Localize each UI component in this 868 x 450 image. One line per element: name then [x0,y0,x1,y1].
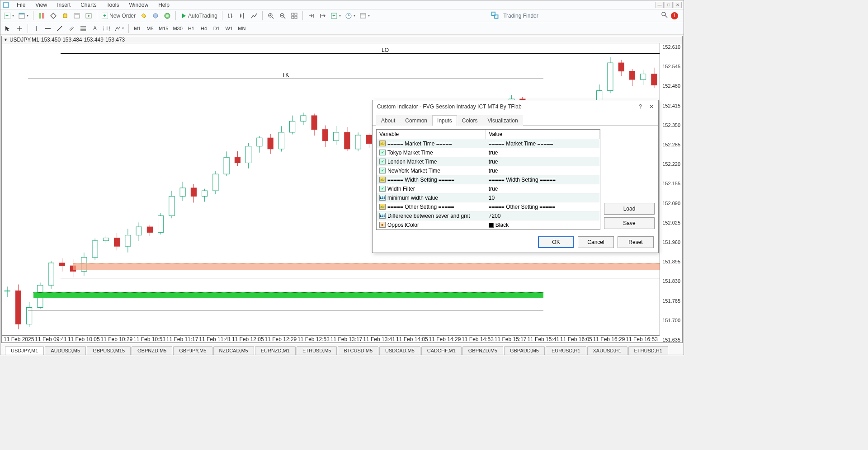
tab-about[interactable]: About [376,115,400,126]
chart-shift-icon[interactable] [317,11,328,21]
chart-tab[interactable]: USDJPY,M1 [5,346,44,355]
x-tick: 11 Feb 15:17 [495,336,527,342]
timeframe-m15[interactable]: M15 [157,24,170,33]
tab-inputs[interactable]: Inputs [432,115,457,126]
notification-badge[interactable]: 1 [671,12,678,19]
trendline-icon[interactable] [54,23,65,33]
reset-button[interactable]: Reset [618,236,654,248]
dialog-titlebar[interactable]: Custom Indicator - FVG Session Intraday … [373,100,658,113]
tab-common[interactable]: Common [400,115,432,126]
table-row[interactable]: ab===== Width Setting ========== Width S… [377,175,600,184]
chart-tab[interactable]: GBPNZD,M5 [462,346,503,355]
chart-tab[interactable]: GBPUSD,M15 [87,346,131,355]
chart-tab[interactable]: NZDCAD,M5 [213,346,254,355]
navigator-icon[interactable] [48,11,59,21]
chart-tab[interactable]: ETHUSD,M5 [297,346,337,355]
menu-help[interactable]: Help [154,1,174,9]
chart-tab[interactable]: ETHUSD,H1 [628,346,668,355]
cancel-button[interactable]: Cancel [578,236,614,248]
timeframe-d1[interactable]: D1 [211,24,222,33]
templates-icon[interactable]: ▾ [358,11,372,21]
chart-tab[interactable]: EURUSD,H1 [546,346,586,355]
table-row[interactable]: 123minimum width value10 [377,193,600,202]
menu-tools[interactable]: Tools [102,1,124,9]
zoom-out-icon[interactable] [277,11,288,21]
bar-chart-icon[interactable] [225,11,236,21]
load-button[interactable]: Load [604,203,655,215]
close-button[interactable]: ✕ [674,2,682,8]
shift-end-icon[interactable] [306,11,316,21]
inputs-table[interactable]: Variable Value ab===== Market Time =====… [376,129,600,230]
menu-charts[interactable]: Charts [76,1,101,9]
crosshair-icon[interactable] [14,23,25,33]
zoom-in-icon[interactable] [265,11,276,21]
maximize-button[interactable]: □ [665,2,673,8]
chart-tab[interactable]: EURNZD,M1 [255,346,296,355]
indicators-icon[interactable]: +▾ [329,11,343,21]
vps-icon[interactable] [162,11,173,21]
market-watch-icon[interactable] [36,11,47,21]
chart-tab[interactable]: GBPJPY,M5 [173,346,212,355]
chart-tab[interactable]: AUDUSD,M5 [45,346,86,355]
chart-tab[interactable]: GBPNZD,M5 [132,346,172,355]
help-icon[interactable]: ? [639,103,642,110]
strategy-tester-icon[interactable] [83,11,94,21]
periodicity-icon[interactable]: ▾ [344,11,357,21]
new-order-button[interactable]: +New Order [100,11,137,21]
menu-window[interactable]: Window [125,1,153,9]
metaquotes-icon[interactable] [138,11,149,21]
timeframe-h4[interactable]: H4 [198,24,210,33]
chart-tab[interactable]: GBPAUD,M5 [504,346,545,355]
text-icon[interactable]: A [90,23,100,33]
table-row[interactable]: ab===== Other Setting ========== Other S… [377,202,600,211]
timeframe-w1[interactable]: W1 [223,24,235,33]
svg-rect-101 [366,135,372,143]
profile-icon[interactable]: ▾ [17,11,30,21]
save-button[interactable]: Save [604,217,655,229]
timeframe-m1[interactable]: M1 [132,24,143,33]
candle-chart-icon[interactable] [237,11,248,21]
param-name: Difference between sever and gmt [387,213,470,219]
table-row[interactable]: ✓NewYork Market Timetrue [377,166,600,175]
cursor-icon[interactable] [2,23,13,33]
equidistant-icon[interactable] [66,23,77,33]
svg-rect-151 [641,74,646,80]
text-label-icon[interactable]: T [101,23,112,33]
table-row[interactable]: 123Difference between sever and gmt7200 [377,211,600,220]
new-chart-icon[interactable]: +▾ [2,11,16,21]
indicator-dialog: Custom Indicator - FVG Session Intraday … [372,100,659,253]
ok-button[interactable]: OK [538,236,574,248]
auto-trading-button[interactable]: AutoTrading [179,11,219,21]
table-row[interactable]: ✓Tokyo Market Timetrue [377,148,600,157]
chart-tab[interactable]: USDCAD,M5 [379,346,420,355]
tab-visualization[interactable]: Visualization [482,115,523,126]
timeframe-h1[interactable]: H1 [185,24,197,33]
chart-tab[interactable]: CADCHF,M1 [421,346,462,355]
timeframe-mn[interactable]: MN [236,24,248,33]
table-row[interactable]: ✓London Market Timetrue [377,157,600,166]
vertical-line-icon[interactable] [31,23,42,33]
menu-view[interactable]: View [31,1,52,9]
line-chart-icon[interactable] [249,11,259,21]
table-row[interactable]: ✓Width Filtertrue [377,184,600,193]
minimize-button[interactable]: — [656,2,664,8]
table-row[interactable]: ab===== Market Time ========== Market Ti… [377,139,600,148]
data-window-icon[interactable] [60,11,71,21]
search-icon[interactable] [661,11,668,20]
horizontal-line-icon[interactable] [42,23,53,33]
close-icon[interactable]: ✕ [649,103,654,110]
menu-file[interactable]: File [12,1,30,9]
chart-tab[interactable]: XAUUSD,H1 [587,346,627,355]
tab-colors[interactable]: Colors [457,115,483,126]
fibonacci-icon[interactable] [78,23,89,33]
chart-tab[interactable]: BTCUSD,M5 [338,346,378,355]
timeframe-m30[interactable]: M30 [171,24,184,33]
chart-ohlc-o: 153.450 [41,37,61,43]
terminal-icon[interactable] [71,11,82,21]
table-row[interactable]: ■OppositColorBlack [377,220,600,230]
signals-icon[interactable] [150,11,161,21]
tile-windows-icon[interactable] [289,11,300,21]
objects-icon[interactable]: ▾ [113,23,126,33]
timeframe-m5[interactable]: M5 [144,24,156,33]
menu-insert[interactable]: Insert [52,1,75,9]
